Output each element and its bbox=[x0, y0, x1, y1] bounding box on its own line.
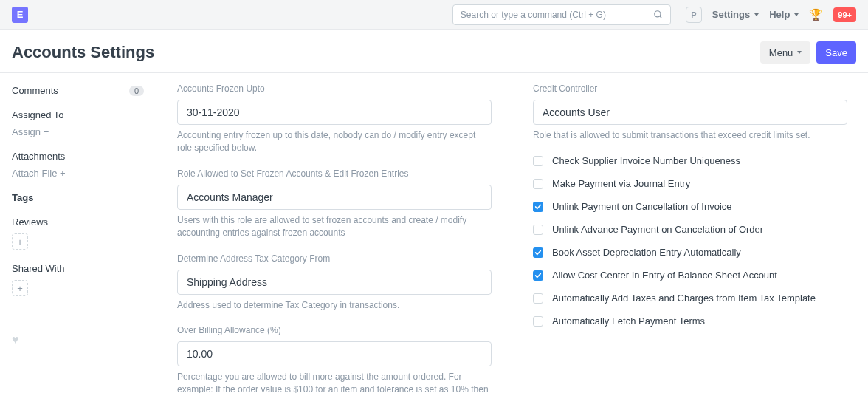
add-share-button[interactable]: + bbox=[12, 280, 28, 296]
attach-file-action[interactable]: Attach File + bbox=[12, 168, 144, 179]
role-frozen-input[interactable] bbox=[177, 185, 492, 210]
page-body: Comments 0 Assigned To Assign + Attachme… bbox=[0, 73, 868, 393]
role-frozen-label: Role Allowed to Set Frozen Accounts & Ed… bbox=[177, 168, 492, 179]
over-billing-input[interactable] bbox=[177, 341, 492, 366]
accounts-frozen-upto-label: Accounts Frozen Upto bbox=[177, 83, 492, 94]
shared-with-heading: Shared With bbox=[12, 263, 144, 274]
trophy-icon[interactable]: 🏆 bbox=[809, 8, 823, 21]
attachments-heading: Attachments bbox=[12, 151, 144, 162]
right-column: Credit Controller Role that is allowed t… bbox=[533, 83, 847, 393]
page-header: Accounts Settings Menu Save bbox=[0, 30, 868, 73]
accounts-frozen-upto-input[interactable] bbox=[177, 100, 492, 125]
sidebar-comments[interactable]: Comments 0 bbox=[12, 85, 144, 96]
chevron-down-icon bbox=[797, 51, 802, 54]
page-title: Accounts Settings bbox=[12, 43, 154, 62]
credit-controller-help: Role that is allowed to submit transacti… bbox=[533, 129, 847, 142]
auto-fetch-payment-terms-label: Automatically Fetch Payment Terms bbox=[552, 315, 705, 327]
like-icon[interactable]: ♥ bbox=[12, 333, 144, 346]
check-supplier-invoice-uniqueness-checkbox[interactable] bbox=[533, 156, 543, 166]
sidebar: Comments 0 Assigned To Assign + Attachme… bbox=[0, 73, 156, 393]
tags-heading: Tags bbox=[12, 192, 144, 203]
search-wrapper bbox=[452, 4, 671, 25]
settings-dropdown[interactable]: Settings bbox=[712, 9, 759, 20]
save-button[interactable]: Save bbox=[816, 41, 856, 64]
left-column: Accounts Frozen Upto Accounting entry fr… bbox=[177, 83, 492, 393]
role-frozen-help: Users with this role are allowed to set … bbox=[177, 214, 492, 240]
help-dropdown[interactable]: Help bbox=[769, 9, 799, 20]
check-supplier-invoice-uniqueness-label: Check Supplier Invoice Number Uniqueness bbox=[552, 155, 740, 166]
allow-cost-center-balance-sheet-label: Allow Cost Center In Entry of Balance Sh… bbox=[552, 270, 777, 281]
notification-count: 99+ bbox=[833, 7, 856, 22]
check-supplier-invoice-uniqueness-row: Check Supplier Invoice Number Uniqueness bbox=[533, 155, 847, 166]
over-billing-help: Percentage you are allowed to bill more … bbox=[177, 371, 492, 393]
auto-add-taxes-from-template-label: Automatically Add Taxes and Charges from… bbox=[552, 293, 816, 304]
chevron-down-icon bbox=[754, 13, 759, 16]
credit-controller-input[interactable] bbox=[533, 100, 847, 125]
unlink-payment-on-cancel-invoice-row: Unlink Payment on Cancellation of Invoic… bbox=[533, 201, 847, 212]
assigned-to-heading: Assigned To bbox=[12, 109, 144, 120]
auto-fetch-payment-terms-checkbox[interactable] bbox=[533, 316, 543, 327]
allow-cost-center-balance-sheet-row: Allow Cost Center In Entry of Balance Sh… bbox=[533, 270, 847, 281]
credit-controller-label: Credit Controller bbox=[533, 83, 847, 94]
tax-category-input[interactable] bbox=[177, 270, 492, 295]
unlink-advance-payment-on-cancel-order-label: Unlink Advance Payment on Cancelation of… bbox=[552, 224, 763, 235]
comments-count: 0 bbox=[129, 86, 144, 96]
reviews-heading: Reviews bbox=[12, 216, 144, 228]
menu-button[interactable]: Menu bbox=[760, 41, 811, 64]
help-label: Help bbox=[769, 9, 790, 20]
topbar: E P Settings Help 🏆 99+ bbox=[0, 0, 868, 30]
tax-category-help: Address used to determine Tax Category i… bbox=[177, 299, 492, 312]
unlink-payment-on-cancel-invoice-checkbox[interactable] bbox=[533, 202, 543, 212]
auto-add-taxes-from-template-row: Automatically Add Taxes and Charges from… bbox=[533, 293, 847, 304]
tax-category-label: Determine Address Tax Category From bbox=[177, 253, 492, 264]
unlink-advance-payment-on-cancel-order-row: Unlink Advance Payment on Cancelation of… bbox=[533, 224, 847, 235]
book-asset-depreciation-auto-checkbox[interactable] bbox=[533, 247, 543, 258]
p-badge[interactable]: P bbox=[686, 7, 702, 23]
brand-logo[interactable]: E bbox=[12, 7, 28, 23]
comments-label: Comments bbox=[12, 85, 58, 96]
book-asset-depreciation-auto-row: Book Asset Depreciation Entry Automatica… bbox=[533, 247, 847, 258]
allow-cost-center-balance-sheet-checkbox[interactable] bbox=[533, 270, 543, 281]
checkbox-list: Check Supplier Invoice Number Uniqueness… bbox=[533, 155, 847, 327]
header-actions: Menu Save bbox=[760, 41, 856, 64]
notification-badge[interactable]: 99+ bbox=[833, 7, 856, 22]
book-asset-depreciation-auto-label: Book Asset Depreciation Entry Automatica… bbox=[552, 247, 741, 258]
svg-point-0 bbox=[655, 10, 661, 16]
menu-label: Menu bbox=[769, 47, 793, 58]
chevron-down-icon bbox=[794, 13, 799, 16]
settings-label: Settings bbox=[712, 9, 750, 20]
search-icon bbox=[653, 10, 664, 20]
make-payment-via-journal-entry-row: Make Payment via Journal Entry bbox=[533, 178, 847, 189]
make-payment-via-journal-entry-checkbox[interactable] bbox=[533, 179, 543, 189]
svg-line-1 bbox=[660, 16, 662, 18]
add-review-button[interactable]: + bbox=[12, 233, 28, 250]
search-input[interactable] bbox=[452, 4, 671, 25]
auto-add-taxes-from-template-checkbox[interactable] bbox=[533, 293, 543, 304]
make-payment-via-journal-entry-label: Make Payment via Journal Entry bbox=[552, 178, 690, 189]
auto-fetch-payment-terms-row: Automatically Fetch Payment Terms bbox=[533, 315, 847, 327]
form-area: Accounts Frozen Upto Accounting entry fr… bbox=[156, 73, 868, 393]
accounts-frozen-upto-help: Accounting entry frozen up to this date,… bbox=[177, 129, 492, 155]
unlink-payment-on-cancel-invoice-label: Unlink Payment on Cancellation of Invoic… bbox=[552, 201, 732, 212]
assign-action[interactable]: Assign + bbox=[12, 126, 144, 137]
over-billing-label: Over Billing Allowance (%) bbox=[177, 325, 492, 335]
unlink-advance-payment-on-cancel-order-checkbox[interactable] bbox=[533, 225, 543, 235]
